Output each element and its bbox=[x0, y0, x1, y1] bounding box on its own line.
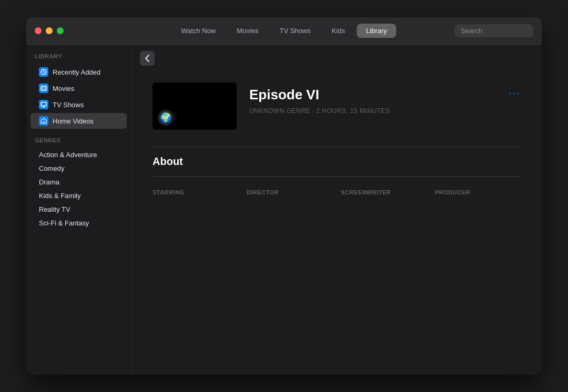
sidebar-item-recently-added[interactable]: Recently Added bbox=[31, 64, 127, 80]
sidebar-item-label: Recently Added bbox=[53, 68, 100, 76]
about-title: About bbox=[153, 156, 521, 168]
content-body: 🌍 Episode VI UNKNOWN GENRE · 2 HOURS, 15… bbox=[131, 72, 542, 221]
close-button[interactable] bbox=[35, 27, 42, 34]
sidebar: Library Recently Added Movies TV Shows bbox=[26, 45, 131, 375]
movie-title: Episode VI bbox=[249, 87, 521, 103]
tv-shows-icon bbox=[39, 100, 48, 109]
genre-drama[interactable]: Drama bbox=[31, 176, 127, 189]
credits-screenwriter: SCREENWRITER bbox=[341, 189, 427, 198]
genre-comedy[interactable]: Comedy bbox=[31, 162, 127, 175]
main-layout: Library Recently Added Movies TV Shows bbox=[26, 45, 542, 375]
genre-reality-tv[interactable]: Reality TV bbox=[31, 203, 127, 216]
about-section: About STARRING DIRECTOR SCREENWRITER bbox=[153, 156, 521, 198]
starring-label: STARRING bbox=[153, 189, 238, 195]
svg-rect-2 bbox=[41, 102, 46, 106]
search-input[interactable] bbox=[454, 24, 533, 37]
sidebar-item-label: Home Videos bbox=[53, 117, 94, 125]
genres-section-label: Genres bbox=[26, 137, 131, 148]
director-label: DIRECTOR bbox=[247, 189, 332, 195]
genre-action-adventure[interactable]: Action & Adventure bbox=[31, 148, 127, 161]
sidebar-item-label: Movies bbox=[53, 85, 74, 92]
app-window: Watch Now Movies TV Shows Kids Library L… bbox=[26, 17, 542, 375]
tab-tv-shows[interactable]: TV Shows bbox=[270, 24, 320, 38]
maximize-button[interactable] bbox=[57, 27, 64, 34]
globe-icon: 🌍 bbox=[160, 112, 171, 123]
genre-sci-fi-fantasy[interactable]: Sci-Fi & Fantasy bbox=[31, 216, 127, 230]
credits-row: STARRING DIRECTOR SCREENWRITER PROD bbox=[153, 185, 521, 198]
thumbnail-overlay: 🌍 bbox=[158, 110, 174, 126]
tab-kids[interactable]: Kids bbox=[322, 24, 354, 38]
more-options-button[interactable]: ··· bbox=[509, 87, 521, 99]
credits-producer: PRODUCER bbox=[435, 189, 521, 198]
divider-about bbox=[153, 176, 521, 177]
genre-kids-family[interactable]: Kids & Family bbox=[31, 189, 127, 202]
divider-top bbox=[153, 147, 521, 147]
movie-header: 🌍 Episode VI UNKNOWN GENRE · 2 HOURS, 15… bbox=[153, 82, 521, 130]
nav-tabs: Watch Now Movies TV Shows Kids Library bbox=[171, 24, 396, 38]
screenwriter-label: SCREENWRITER bbox=[341, 189, 427, 195]
credits-starring: STARRING bbox=[153, 189, 238, 198]
minimize-button[interactable] bbox=[46, 27, 53, 34]
movie-info: Episode VI UNKNOWN GENRE · 2 HOURS, 15 M… bbox=[249, 82, 521, 115]
tab-movies[interactable]: Movies bbox=[227, 24, 268, 38]
recently-added-icon bbox=[39, 67, 48, 77]
tab-library[interactable]: Library bbox=[357, 24, 397, 38]
svg-rect-1 bbox=[41, 86, 46, 90]
movie-duration: 2 HOURS, 15 MINUTES bbox=[316, 107, 390, 115]
credits-director: DIRECTOR bbox=[247, 189, 332, 198]
producer-label: PRODUCER bbox=[435, 189, 521, 195]
library-section-label: Library bbox=[26, 53, 131, 64]
genres-section: Genres Action & Adventure Comedy Drama K… bbox=[26, 137, 131, 230]
movie-thumbnail: 🌍 bbox=[153, 82, 237, 130]
content-area: 🌍 Episode VI UNKNOWN GENRE · 2 HOURS, 15… bbox=[131, 45, 542, 375]
sidebar-item-label: TV Shows bbox=[53, 101, 84, 109]
movies-icon bbox=[39, 84, 48, 93]
title-bar: Watch Now Movies TV Shows Kids Library bbox=[26, 17, 542, 45]
tab-watch-now[interactable]: Watch Now bbox=[171, 24, 225, 38]
sidebar-item-movies[interactable]: Movies bbox=[31, 80, 127, 96]
home-videos-icon bbox=[39, 116, 48, 126]
content-toolbar bbox=[131, 45, 542, 72]
back-button[interactable] bbox=[140, 51, 155, 66]
traffic-lights bbox=[35, 27, 64, 34]
movie-meta: UNKNOWN GENRE · 2 HOURS, 15 MINUTES bbox=[249, 107, 521, 115]
movie-genre: UNKNOWN GENRE bbox=[249, 107, 310, 115]
sidebar-item-home-videos[interactable]: Home Videos bbox=[31, 113, 127, 129]
sidebar-item-tv-shows[interactable]: TV Shows bbox=[31, 97, 127, 112]
